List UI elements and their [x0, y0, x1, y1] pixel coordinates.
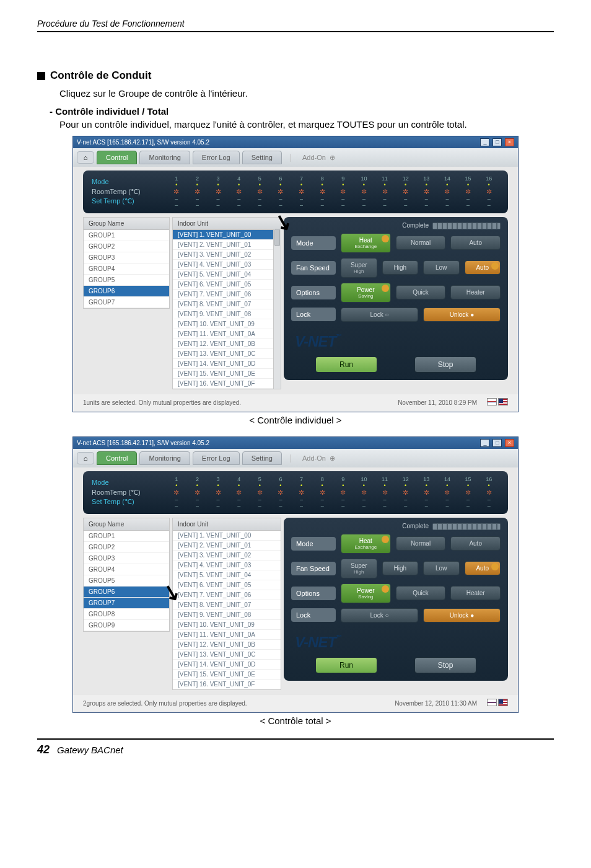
- unit-row[interactable]: [VENT] 15. VENT_UNIT_0E: [173, 670, 281, 680]
- home-icon[interactable]: ⌂: [77, 452, 94, 464]
- unit-row[interactable]: [VENT] 14. VENT_UNIT_0D: [173, 660, 281, 670]
- fan-low-button[interactable]: Low: [423, 561, 460, 575]
- run-button[interactable]: Run: [315, 356, 377, 373]
- unit-row[interactable]: [VENT] 1. VENT_UNIT_00: [173, 531, 281, 541]
- unlock-button[interactable]: Unlock ●: [423, 308, 501, 322]
- home-icon[interactable]: ⌂: [77, 151, 94, 164]
- group-row[interactable]: GROUP7: [84, 598, 169, 609]
- group-row[interactable]: GROUP3: [84, 553, 169, 564]
- unit-row[interactable]: [VENT] 11. VENT_UNIT_0A: [173, 329, 281, 339]
- unit-row[interactable]: [VENT] 2. VENT_UNIT_01: [173, 541, 281, 551]
- unit-row[interactable]: [VENT] 16. VENT_UNIT_0F: [173, 379, 281, 389]
- group-row[interactable]: GROUP6: [84, 587, 169, 598]
- group-row[interactable]: GROUP5: [84, 575, 169, 587]
- group-row[interactable]: GROUP8: [84, 609, 169, 620]
- stop-button[interactable]: Stop: [414, 356, 476, 373]
- group-row[interactable]: GROUP4: [84, 564, 169, 575]
- fan-superhigh-button[interactable]: SuperHigh: [341, 559, 377, 578]
- group-row[interactable]: GROUP1: [84, 531, 169, 542]
- tab-control[interactable]: Control: [97, 151, 137, 164]
- unit-row[interactable]: [VENT] 10. VENT_UNIT_09: [173, 620, 281, 630]
- run-button[interactable]: Run: [315, 657, 377, 673]
- opt-heater-button[interactable]: Heater: [450, 285, 501, 299]
- group-row[interactable]: GROUP3: [84, 252, 169, 264]
- lock-button[interactable]: Lock ○: [341, 608, 418, 622]
- tab-addon[interactable]: Add-On⊕: [291, 154, 335, 162]
- unit-row[interactable]: [VENT] 6. VENT_UNIT_05: [173, 280, 281, 290]
- unit-row[interactable]: [VENT] 14. VENT_UNIT_0D: [173, 359, 281, 369]
- group-row[interactable]: GROUP7: [84, 297, 169, 308]
- flag-us-icon[interactable]: [498, 398, 508, 405]
- tab-errorlog[interactable]: Error Log: [193, 151, 240, 164]
- flag-us-icon[interactable]: [498, 699, 508, 706]
- close-button[interactable]: ×: [505, 439, 514, 447]
- unit-row[interactable]: [VENT] 2. VENT_UNIT_01: [173, 240, 281, 250]
- unit-row[interactable]: [VENT] 6. VENT_UNIT_05: [173, 580, 281, 590]
- group-row[interactable]: GROUP1: [84, 230, 169, 241]
- unit-row[interactable]: [VENT] 7. VENT_UNIT_06: [173, 290, 281, 299]
- unit-row[interactable]: [VENT] 13. VENT_UNIT_0C: [173, 349, 281, 359]
- mode-normal-button[interactable]: Normal: [396, 536, 446, 551]
- unit-row[interactable]: [VENT] 4. VENT_UNIT_03: [173, 260, 281, 270]
- fan-high-button[interactable]: High: [382, 561, 419, 575]
- tab-setting[interactable]: Setting: [242, 151, 282, 164]
- minimize-button[interactable]: _: [480, 439, 489, 447]
- unit-row[interactable]: [VENT] 12. VENT_UNIT_0B: [173, 339, 281, 349]
- language-flags[interactable]: [486, 398, 508, 407]
- unit-row[interactable]: [VENT] 3. VENT_UNIT_02: [173, 551, 281, 560]
- tab-errorlog[interactable]: Error Log: [193, 451, 240, 465]
- group-row[interactable]: GROUP6: [84, 286, 169, 297]
- mode-heat-exchange-button[interactable]: HeatExchange: [341, 534, 391, 554]
- opt-powersaving-button[interactable]: PowerSaving: [341, 283, 391, 303]
- opt-quick-button[interactable]: Quick: [396, 285, 446, 299]
- tab-addon[interactable]: Add-On⊕: [291, 454, 335, 463]
- tab-monitoring[interactable]: Monitoring: [139, 151, 190, 164]
- tab-control[interactable]: Control: [97, 451, 137, 465]
- unit-row[interactable]: [VENT] 4. VENT_UNIT_03: [173, 560, 281, 570]
- mode-heat-exchange-button[interactable]: HeatExchange: [341, 233, 391, 253]
- unit-row[interactable]: [VENT] 16. VENT_UNIT_0F: [173, 680, 281, 689]
- mode-auto-button[interactable]: Auto: [450, 536, 501, 551]
- fan-auto-button[interactable]: Auto: [465, 260, 501, 275]
- opt-powersaving-button[interactable]: PowerSaving: [341, 583, 391, 603]
- unit-row[interactable]: [VENT] 5. VENT_UNIT_04: [173, 270, 281, 280]
- unit-row[interactable]: [VENT] 8. VENT_UNIT_07: [173, 600, 281, 610]
- fan-high-button[interactable]: High: [382, 260, 419, 275]
- unit-row[interactable]: [VENT] 8. VENT_UNIT_07: [173, 299, 281, 309]
- unlock-button[interactable]: Unlock ●: [423, 608, 501, 622]
- unit-row[interactable]: [VENT] 11. VENT_UNIT_0A: [173, 630, 281, 640]
- unit-row[interactable]: [VENT] 13. VENT_UNIT_0C: [173, 650, 281, 660]
- group-row[interactable]: GROUP2: [84, 542, 169, 553]
- unit-row[interactable]: [VENT] 3. VENT_UNIT_02: [173, 250, 281, 260]
- stop-button[interactable]: Stop: [414, 657, 476, 673]
- unit-row[interactable]: [VENT] 1. VENT_UNIT_00: [173, 230, 281, 240]
- group-row[interactable]: GROUP2: [84, 241, 169, 252]
- group-row[interactable]: GROUP5: [84, 275, 169, 286]
- fan-low-button[interactable]: Low: [423, 260, 460, 275]
- maximize-button[interactable]: □: [492, 439, 502, 447]
- mode-normal-button[interactable]: Normal: [396, 236, 446, 250]
- unit-row[interactable]: [VENT] 5. VENT_UNIT_04: [173, 570, 281, 580]
- fan-auto-button[interactable]: Auto: [465, 561, 501, 575]
- minimize-button[interactable]: _: [480, 138, 489, 146]
- tab-setting[interactable]: Setting: [242, 451, 282, 465]
- unit-row[interactable]: [VENT] 15. VENT_UNIT_0E: [173, 369, 281, 379]
- unit-row[interactable]: [VENT] 9. VENT_UNIT_08: [173, 309, 281, 319]
- group-row[interactable]: GROUP4: [84, 264, 169, 275]
- maximize-button[interactable]: □: [492, 138, 502, 146]
- mode-auto-button[interactable]: Auto: [450, 236, 501, 250]
- unit-row[interactable]: [VENT] 7. VENT_UNIT_06: [173, 590, 281, 600]
- fan-superhigh-button[interactable]: SuperHigh: [341, 258, 377, 278]
- unit-row[interactable]: [VENT] 10. VENT_UNIT_09: [173, 319, 281, 329]
- group-row[interactable]: GROUP9: [84, 620, 169, 631]
- unit-row[interactable]: [VENT] 12. VENT_UNIT_0B: [173, 640, 281, 650]
- close-button[interactable]: ×: [505, 138, 514, 146]
- unit-scrollbar[interactable]: [273, 229, 281, 389]
- language-flags[interactable]: [486, 699, 508, 707]
- opt-quick-button[interactable]: Quick: [396, 586, 446, 600]
- flag-kr-icon[interactable]: [487, 699, 497, 706]
- unit-row[interactable]: [VENT] 9. VENT_UNIT_08: [173, 610, 281, 620]
- flag-kr-icon[interactable]: [487, 398, 497, 405]
- tab-monitoring[interactable]: Monitoring: [139, 451, 190, 465]
- opt-heater-button[interactable]: Heater: [450, 586, 501, 600]
